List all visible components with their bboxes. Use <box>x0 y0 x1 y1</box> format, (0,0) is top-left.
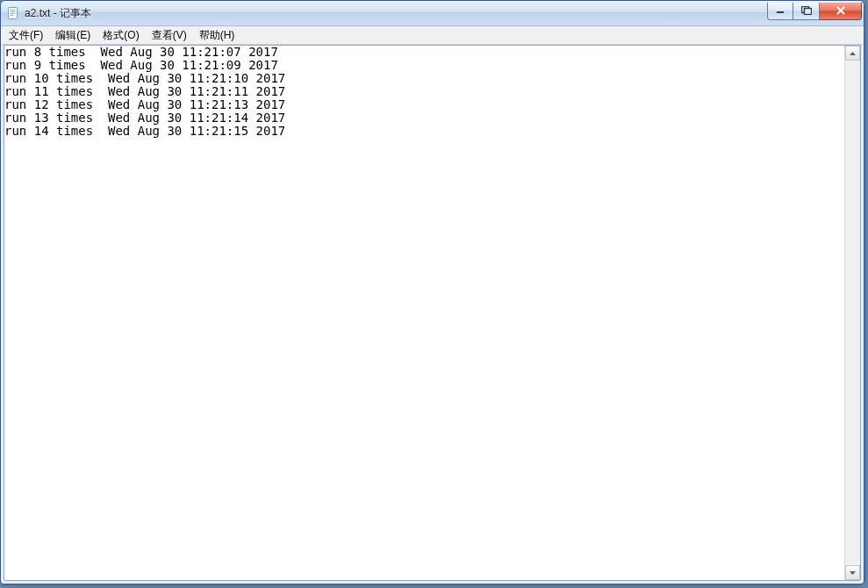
maximize-icon <box>801 6 812 15</box>
menu-file[interactable]: 文件(F) <box>3 26 49 44</box>
window-title: a2.txt - 记事本 <box>25 6 91 21</box>
menubar: 文件(F) 编辑(E) 格式(O) 查看(V) 帮助(H) <box>1 26 864 45</box>
minimize-icon <box>776 7 785 14</box>
menu-view[interactable]: 查看(V) <box>146 26 193 44</box>
scroll-down-button[interactable] <box>845 565 860 580</box>
chevron-down-icon <box>850 571 856 575</box>
chevron-up-icon <box>850 52 856 55</box>
notepad-icon <box>6 6 20 20</box>
svg-rect-5 <box>777 11 784 13</box>
window-controls <box>767 3 862 20</box>
close-button[interactable] <box>820 3 862 20</box>
svg-marker-11 <box>850 571 856 575</box>
notepad-window: a2.txt - 记事本 文件(F) <box>0 0 864 584</box>
maximize-button[interactable] <box>793 3 820 20</box>
svg-marker-10 <box>850 52 856 55</box>
editor-frame: run 8 times Wed Aug 30 11:21:07 2017 run… <box>4 45 861 581</box>
text-area[interactable]: run 8 times Wed Aug 30 11:21:07 2017 run… <box>4 46 844 580</box>
scroll-up-button[interactable] <box>845 46 860 61</box>
titlebar[interactable]: a2.txt - 记事本 <box>1 1 864 26</box>
menu-edit[interactable]: 编辑(E) <box>49 26 97 44</box>
vertical-scrollbar[interactable] <box>844 46 860 580</box>
menu-format[interactable]: 格式(O) <box>97 26 145 44</box>
minimize-button[interactable] <box>767 3 793 20</box>
close-icon <box>836 6 846 15</box>
scroll-track[interactable] <box>845 61 860 565</box>
menu-help[interactable]: 帮助(H) <box>193 26 241 44</box>
svg-rect-7 <box>804 9 811 15</box>
